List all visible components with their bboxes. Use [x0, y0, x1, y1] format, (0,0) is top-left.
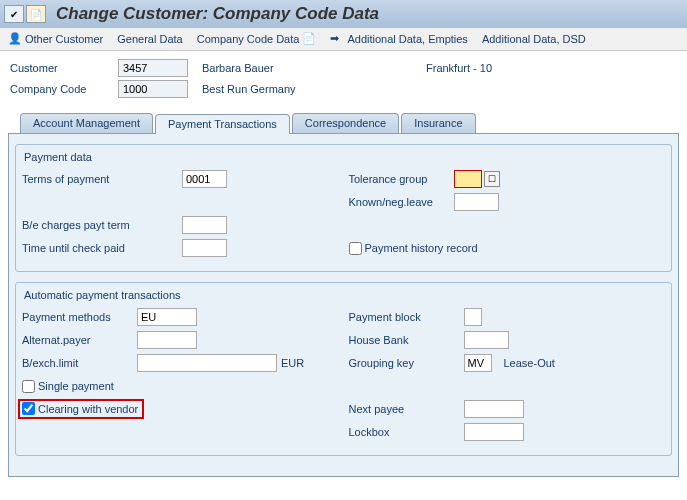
payment-history-checkbox[interactable]: [349, 242, 362, 255]
label: Additional Data, Empties: [347, 33, 467, 45]
tab-payment-transactions[interactable]: Payment Transactions: [155, 114, 290, 134]
company-code-name: Best Run Germany: [202, 83, 296, 95]
payment-block-label: Payment block: [349, 311, 464, 323]
house-bank-input[interactable]: [464, 331, 509, 349]
payment-methods-input[interactable]: [137, 308, 197, 326]
bexch-limit-input[interactable]: [137, 354, 277, 372]
label: Other Customer: [25, 33, 103, 45]
general-data-button[interactable]: General Data: [117, 33, 182, 45]
terms-of-payment-label: Terms of payment: [22, 173, 182, 185]
person-icon: 👤: [8, 32, 22, 46]
next-payee-label: Next payee: [349, 403, 464, 415]
payment-history-label: Payment history record: [365, 242, 478, 254]
arrow-icon: ➡: [330, 32, 344, 46]
bexch-currency: EUR: [281, 357, 304, 369]
known-neg-leave-input[interactable]: [454, 193, 499, 211]
doc-icon[interactable]: 📄: [26, 5, 46, 23]
known-neg-leave-label: Known/neg.leave: [349, 196, 454, 208]
next-payee-input[interactable]: [464, 400, 524, 418]
customer-name: Barbara Bauer: [202, 62, 412, 74]
tab-account-management[interactable]: Account Management: [20, 113, 153, 133]
additional-data-dsd-button[interactable]: Additional Data, DSD: [482, 33, 586, 45]
check-icon[interactable]: ✔: [4, 5, 24, 23]
company-code-label: Company Code: [10, 83, 118, 95]
tab-correspondence[interactable]: Correspondence: [292, 113, 399, 133]
label: Company Code Data: [197, 33, 300, 45]
tabs-container: Account Management Payment Transactions …: [8, 113, 679, 477]
clearing-with-vendor-label: Clearing with vendor: [38, 403, 138, 415]
group-title: Automatic payment transactions: [22, 289, 665, 301]
company-code-data-button[interactable]: Company Code Data 📄: [197, 32, 317, 46]
lockbox-input[interactable]: [464, 423, 524, 441]
grouping-key-label: Grouping key: [349, 357, 464, 369]
clearing-with-vendor-checkbox[interactable]: [22, 402, 35, 415]
grouping-key-input[interactable]: [464, 354, 492, 372]
payment-methods-label: Payment methods: [22, 311, 137, 323]
house-bank-label: House Bank: [349, 334, 464, 346]
info-area: Customer 3457 Barbara Bauer Frankfurt - …: [0, 51, 687, 113]
header-icons: ✔ 📄: [4, 5, 46, 23]
page-title: Change Customer: Company Code Data: [56, 4, 379, 24]
terms-of-payment-input[interactable]: [182, 170, 227, 188]
time-until-check-input[interactable]: [182, 239, 227, 257]
alternat-payer-input[interactable]: [137, 331, 197, 349]
tolerance-group-label: Tolerance group: [349, 173, 454, 185]
time-until-check-label: Time until check paid: [22, 242, 182, 254]
tolerance-group-input[interactable]: [454, 170, 482, 188]
customer-city: Frankfurt - 10: [426, 62, 492, 74]
lockbox-label: Lockbox: [349, 426, 464, 438]
tab-insurance[interactable]: Insurance: [401, 113, 475, 133]
doc-icon: 📄: [302, 32, 316, 46]
label: General Data: [117, 33, 182, 45]
additional-data-empties-button[interactable]: ➡ Additional Data, Empties: [330, 32, 467, 46]
tab-panel: Payment data Terms of payment B/e charge…: [8, 133, 679, 477]
other-customer-button[interactable]: 👤 Other Customer: [8, 32, 103, 46]
be-charges-label: B/e charges payt term: [22, 219, 182, 231]
customer-label: Customer: [10, 62, 118, 74]
search-help-icon[interactable]: ☐: [484, 171, 500, 187]
auto-payment-group: Automatic payment transactions Payment m…: [15, 282, 672, 456]
company-code-value: 1000: [118, 80, 188, 98]
tabs: Account Management Payment Transactions …: [8, 113, 679, 133]
label: Additional Data, DSD: [482, 33, 586, 45]
lease-out-label: Lease-Out: [504, 357, 555, 369]
alternat-payer-label: Alternat.payer: [22, 334, 137, 346]
bexch-limit-label: B/exch.limit: [22, 357, 137, 369]
single-payment-label: Single payment: [38, 380, 114, 392]
header-bar: ✔ 📄 Change Customer: Company Code Data: [0, 0, 687, 28]
payment-block-input[interactable]: [464, 308, 482, 326]
customer-value: 3457: [118, 59, 188, 77]
group-title: Payment data: [22, 151, 665, 163]
toolbar: 👤 Other Customer General Data Company Co…: [0, 28, 687, 51]
be-charges-input[interactable]: [182, 216, 227, 234]
payment-data-group: Payment data Terms of payment B/e charge…: [15, 144, 672, 272]
single-payment-checkbox[interactable]: [22, 380, 35, 393]
